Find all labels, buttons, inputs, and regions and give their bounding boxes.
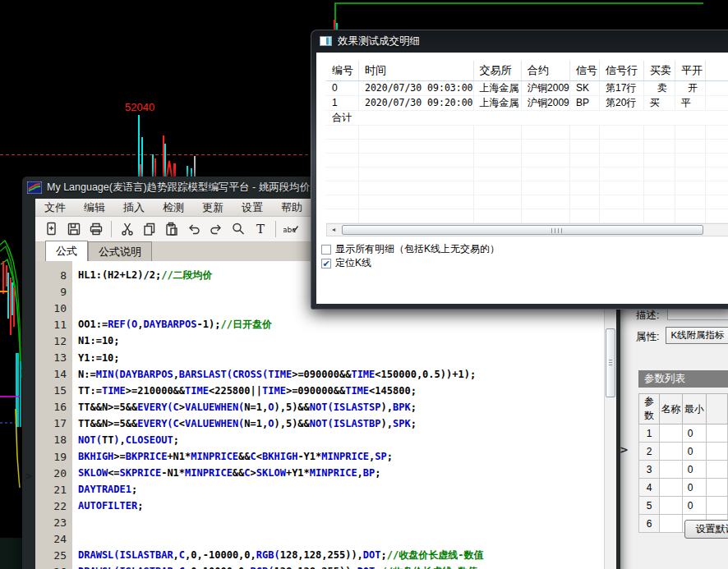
column-header-3[interactable]: 合约 bbox=[522, 61, 570, 80]
code-line-26[interactable]: 26DRAWSL(ISLASTBAR,C,0,10000,0,RGB(128,1… bbox=[35, 564, 616, 569]
cut-icon[interactable] bbox=[116, 219, 138, 240]
scroll-left-button[interactable]: ◄ bbox=[327, 224, 340, 236]
print-icon[interactable] bbox=[85, 219, 107, 240]
line-number: 9 bbox=[35, 286, 72, 298]
param-min[interactable]: 0 bbox=[682, 424, 706, 443]
empty-cell bbox=[643, 167, 675, 181]
code-line-11[interactable]: 11OO1:=REF(O,DAYBARPOS-1);//日开盘价 bbox=[35, 316, 616, 333]
menu-item-3[interactable]: 检测 bbox=[154, 200, 193, 215]
text-format-icon[interactable]: T bbox=[249, 219, 271, 240]
code-text: DAYTRADE1; bbox=[72, 484, 137, 495]
param-row-1[interactable]: 20 bbox=[639, 443, 728, 461]
param-min[interactable]: 0 bbox=[682, 497, 706, 515]
editor-collapse-arrow[interactable]: > bbox=[25, 470, 33, 482]
table-footer-row[interactable]: 合计 bbox=[326, 110, 728, 125]
code-line-20[interactable]: 20SKLOW<=SKPRICE-N1*MINPRICE&&C>SKLOW+Y1… bbox=[35, 465, 616, 481]
code-text: OO1:=REF(O,DAYBARPOS-1);//日开盘价 bbox=[72, 318, 272, 332]
set-default-button[interactable]: 设置默认 bbox=[684, 520, 728, 539]
code-line-22[interactable]: 22AUTOFILTER; bbox=[35, 498, 616, 514]
checkbox-0[interactable]: 显示所有明细（包括K线上无交易的） bbox=[321, 242, 500, 256]
empty-cell bbox=[600, 181, 644, 195]
price-label: 52040 bbox=[125, 101, 154, 113]
column-header-1[interactable]: 时间 bbox=[358, 61, 473, 80]
empty-cell bbox=[675, 181, 705, 195]
copy-icon[interactable] bbox=[138, 219, 160, 240]
code-line-25[interactable]: 25DRAWSL(ISLASTBAR,C,0,-10000,0,RGB(128,… bbox=[35, 548, 616, 564]
save-icon[interactable] bbox=[62, 219, 85, 240]
menu-item-2[interactable]: 插入 bbox=[114, 200, 154, 215]
paste-icon[interactable] bbox=[160, 219, 182, 240]
empty-cell bbox=[705, 195, 728, 209]
column-header-6[interactable]: 买卖 bbox=[643, 61, 675, 80]
line-number: 21 bbox=[35, 484, 72, 496]
param-min[interactable]: 0 bbox=[682, 479, 706, 497]
code-line-13[interactable]: 13Y1:=10; bbox=[35, 349, 616, 365]
param-name[interactable] bbox=[660, 515, 683, 533]
tab-0[interactable]: 公式 bbox=[45, 241, 88, 262]
vertical-scrollbar-thumb[interactable] bbox=[606, 328, 615, 397]
code-line-24[interactable]: 24 bbox=[35, 531, 616, 548]
param-min[interactable]: 0 bbox=[682, 443, 706, 461]
column-header-7[interactable]: 平开 bbox=[675, 61, 705, 80]
menu-item-6[interactable]: 帮助 bbox=[272, 200, 311, 215]
param-index: 3 bbox=[639, 461, 660, 479]
code-line-19[interactable]: 19BKHIGH>=BKPRICE+N1*MINPRICE&&C<BKHIGH-… bbox=[35, 448, 616, 465]
param-name[interactable] bbox=[660, 497, 683, 515]
horizontal-scrollbar-thumb[interactable] bbox=[342, 225, 703, 235]
param-row-4[interactable]: 50 bbox=[639, 497, 728, 515]
code-line-17[interactable]: 17TT&&N>=5&&EVERY(C<VALUEWHEN(N=1,O),5)&… bbox=[35, 415, 616, 432]
empty-cell bbox=[358, 181, 473, 195]
checkbox-box[interactable]: ✔ bbox=[321, 259, 331, 268]
param-min[interactable]: 0 bbox=[682, 461, 706, 479]
attribute-dropdown[interactable]: K线附属指标 bbox=[666, 327, 728, 344]
menu-item-0[interactable]: 文件 bbox=[35, 200, 75, 215]
spell-check-icon[interactable]: abc bbox=[280, 219, 302, 240]
code-line-14[interactable]: 14N:=MIN(DAYBARPOS,BARSLAST(CROSS(TIME>=… bbox=[35, 366, 616, 383]
code-line-12[interactable]: 12N1:=10; bbox=[35, 333, 616, 349]
param-row-3[interactable]: 40 bbox=[639, 479, 728, 497]
line-number: 26 bbox=[35, 566, 72, 569]
code-line-16[interactable]: 16TT&&N>=5&&EVERY(C>VALUEWHEN(N=1,O),5)&… bbox=[35, 399, 616, 415]
new-file-icon[interactable] bbox=[40, 219, 62, 240]
table-row-0[interactable]: 02020/07/30 09:03:00上海金属沪铜2009SK第17行卖开 bbox=[326, 80, 728, 95]
line-number: 14 bbox=[35, 368, 72, 380]
tab-1[interactable]: 公式说明 bbox=[88, 241, 152, 261]
search-icon[interactable] bbox=[227, 219, 249, 240]
code-line-15[interactable]: 15TT:=TIME>=210000&&TIME<225800||TIME>=0… bbox=[35, 383, 616, 399]
code-line-18[interactable]: 18NOT(TT),CLOSEOUT; bbox=[35, 432, 616, 448]
line-number: 15 bbox=[35, 384, 72, 397]
column-header-0[interactable]: 编号 bbox=[326, 61, 358, 80]
column-header-5[interactable]: 信号行 bbox=[600, 61, 644, 80]
table-row-1[interactable]: 12020/07/30 09:20:00上海金属沪铜2009BP第20行买平 bbox=[326, 95, 728, 110]
empty-cell bbox=[326, 181, 358, 195]
column-header-2[interactable]: 交易所 bbox=[473, 61, 522, 80]
panel-collapse-arrow[interactable]: > bbox=[620, 443, 629, 456]
param-column-1: 名称 bbox=[660, 394, 683, 424]
trade-table: 编号时间交易所合约信号信号行买卖平开 02020/07/30 09:03:00上… bbox=[326, 61, 728, 223]
undo-icon[interactable] bbox=[182, 219, 205, 240]
footer-cell: 合计 bbox=[326, 110, 728, 125]
param-name[interactable] bbox=[660, 479, 683, 497]
column-header-4[interactable]: 信号 bbox=[569, 61, 599, 80]
cell: 第20行 bbox=[600, 95, 644, 110]
cell: 1 bbox=[326, 95, 358, 110]
cell: 卖 bbox=[643, 80, 675, 95]
empty-cell bbox=[569, 153, 599, 167]
param-row-0[interactable]: 10 bbox=[639, 424, 728, 443]
code-line-23[interactable]: 23 bbox=[35, 514, 616, 530]
checkbox-box[interactable] bbox=[321, 245, 331, 255]
redo-icon[interactable] bbox=[205, 219, 227, 240]
param-name[interactable] bbox=[660, 461, 683, 479]
menu-item-1[interactable]: 编辑 bbox=[75, 200, 114, 215]
param-name[interactable] bbox=[660, 443, 683, 461]
menu-item-4[interactable]: 更新 bbox=[193, 200, 233, 215]
app-logo-icon bbox=[27, 181, 42, 194]
param-name[interactable] bbox=[660, 424, 683, 443]
checkbox-1[interactable]: ✔定位K线 bbox=[321, 256, 371, 270]
param-row-2[interactable]: 30 bbox=[639, 461, 728, 479]
menu-item-5[interactable]: 设置 bbox=[233, 200, 272, 215]
dialog-title-bar[interactable]: 效果测试成交明细 bbox=[311, 30, 728, 53]
horizontal-scrollbar[interactable]: ◄ bbox=[326, 223, 728, 236]
screen: 52040 bbox=[0, 0, 728, 569]
code-line-21[interactable]: 21DAYTRADE1; bbox=[35, 481, 616, 498]
